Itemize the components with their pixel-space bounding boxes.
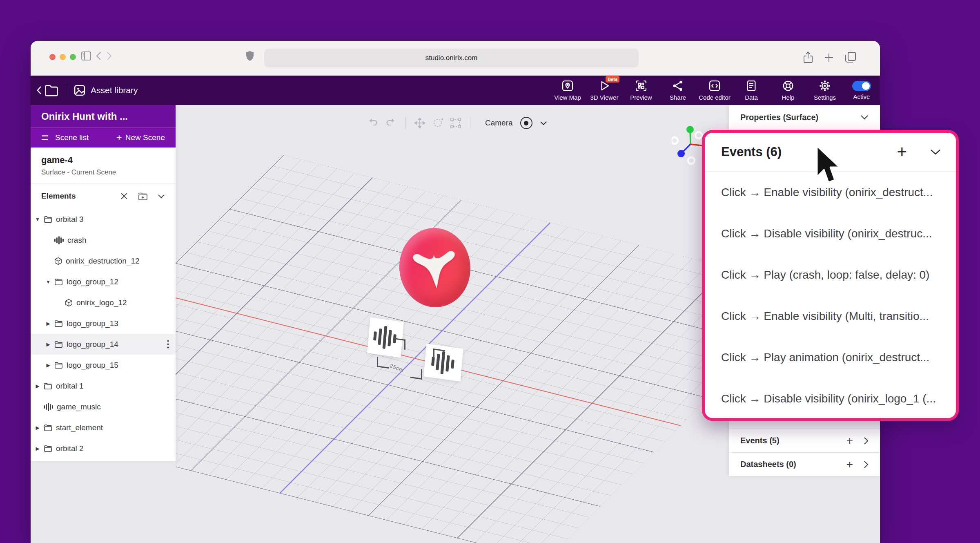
event-item[interactable]: Click → Disable visibility (onirix_destr… (705, 213, 956, 254)
folder-icon (44, 216, 52, 223)
tree-item-label: logo_group_15 (67, 361, 176, 370)
nav-active-toggle[interactable]: Active (843, 81, 880, 100)
url-text: studio.onirix.com (425, 54, 478, 62)
cube-icon (65, 299, 73, 307)
collapse-all-icon[interactable] (120, 192, 128, 200)
nav-3d-viewer[interactable]: Beta 3D Viewer (586, 80, 623, 101)
nav-code-editor[interactable]: Code editor (696, 80, 733, 101)
caret-right-icon[interactable]: ▶ (34, 425, 41, 431)
nav-share[interactable]: Share (659, 80, 696, 101)
tree-item-logo-group-12[interactable]: ▼ logo_group_12 (31, 271, 176, 292)
tree-item-orbital-2[interactable]: ▶ orbital 2 (31, 438, 176, 459)
sidebar-toggle-icon[interactable] (81, 51, 91, 60)
tree-item-crash[interactable]: crash (31, 230, 176, 250)
back-chevron-icon[interactable] (36, 85, 42, 95)
new-scene-plus-icon[interactable]: + (116, 132, 122, 143)
redo-icon[interactable] (385, 118, 396, 128)
folder-icon (54, 278, 63, 286)
tree-item-game-music[interactable]: game_music (31, 396, 176, 417)
caret-right-icon[interactable]: ▶ (45, 362, 52, 368)
caret-down-icon[interactable]: ▼ (34, 217, 41, 222)
forward-icon[interactable] (107, 51, 112, 60)
kebab-menu-icon[interactable] (167, 340, 169, 349)
nav-settings[interactable]: Settings (806, 80, 843, 101)
event-item[interactable]: Click → Enable visibility (Multi, transi… (705, 295, 956, 337)
datasheets-section-row[interactable]: Datasheets (0) + (729, 452, 880, 476)
tree-item-label: crash (67, 236, 176, 245)
viewport-toolbar: Camera (368, 115, 547, 131)
project-title: Onirix Hunt with ... (31, 105, 176, 127)
tree-item-orbital-1[interactable]: ▶ orbital 1 (31, 375, 176, 396)
help-lifebuoy-icon (782, 80, 794, 92)
minimize-window-button[interactable] (60, 54, 66, 60)
events-section-row[interactable]: Events (5) + (729, 429, 880, 452)
camera-label[interactable]: Camera (485, 118, 513, 127)
nav-help[interactable]: Help (770, 80, 806, 101)
camera-chevron-icon[interactable] (540, 121, 547, 125)
caret-right-icon[interactable]: ▶ (45, 342, 52, 347)
audio-placeholder-2[interactable] (423, 344, 463, 382)
settings-gear-icon (819, 80, 831, 92)
tree-item-logo-group-15[interactable]: ▶ logo_group_15 (31, 355, 176, 375)
active-toggle[interactable] (852, 81, 871, 91)
project-folder-icon[interactable] (45, 84, 58, 96)
tree-item-logo-group-13[interactable]: ▶ logo_group_13 (31, 313, 176, 334)
cube-icon (54, 257, 62, 265)
new-tab-icon[interactable] (824, 51, 834, 64)
new-group-folder-plus-icon[interactable] (138, 192, 148, 201)
audio-placeholder-1[interactable] (367, 317, 404, 358)
chevron-down-icon[interactable] (860, 115, 869, 120)
collapse-chevron-icon[interactable] (930, 149, 941, 155)
undo-icon[interactable] (368, 118, 378, 128)
new-scene-label[interactable]: New Scene (125, 133, 165, 142)
properties-header[interactable]: Properties (Surface) (729, 105, 880, 130)
chevron-down-icon[interactable] (158, 194, 165, 199)
event-item[interactable]: Click → Disable visibility (onirix_logo_… (705, 378, 956, 419)
caret-right-icon[interactable]: ▶ (34, 446, 41, 451)
zoom-window-button[interactable] (70, 54, 76, 60)
folder-icon (44, 424, 52, 431)
add-event-icon[interactable]: + (897, 142, 907, 162)
chevron-right-icon[interactable] (864, 437, 869, 445)
add-event-icon[interactable]: + (846, 434, 853, 447)
tree-item-logo-group-14[interactable]: ▶ logo_group_14 (31, 334, 176, 355)
tree-item-label: orbital 2 (56, 444, 176, 453)
scene-subtitle: Surface - Current Scene (41, 168, 165, 177)
rotate-tool-icon[interactable] (432, 118, 443, 128)
nav-preview[interactable]: Preview (623, 80, 659, 101)
scale-tool-icon[interactable] (450, 118, 461, 128)
chevron-right-icon[interactable] (864, 460, 869, 469)
nav-view-map[interactable]: View Map (549, 80, 586, 101)
event-item[interactable]: Click → Play (crash, loop: false, delay:… (705, 254, 956, 295)
tree-item-onirix-logo-12[interactable]: onirix_logo_12 (31, 292, 176, 313)
view-map-icon (561, 80, 574, 92)
scene-list-label[interactable]: Scene list (55, 133, 89, 142)
screen: { "browser": { "url": "studio.onirix.com… (0, 0, 980, 543)
close-window-button[interactable] (49, 54, 56, 60)
share-page-icon[interactable] (803, 51, 813, 64)
event-item[interactable]: Click → Play animation (onirix_destruct.… (705, 337, 956, 378)
tabs-overview-icon[interactable] (845, 51, 856, 64)
scene-bar: Scene list + New Scene (31, 127, 176, 147)
caret-right-icon[interactable]: ▶ (34, 383, 41, 389)
properties-title: Properties (Surface) (740, 113, 856, 122)
asset-library-label[interactable]: Asset library (91, 85, 138, 95)
scene-sidebar: Onirix Hunt with ... Scene list + New Sc… (31, 105, 176, 461)
nav-label: View Map (554, 94, 581, 101)
camera-record-icon[interactable] (520, 117, 532, 129)
url-bar[interactable]: studio.onirix.com (264, 49, 639, 67)
shield-icon (246, 51, 254, 61)
tree-item-orbital-3[interactable]: ▼ orbital 3 (31, 209, 176, 230)
back-icon[interactable] (96, 51, 101, 60)
move-tool-icon[interactable] (414, 118, 425, 128)
caret-down-icon[interactable]: ▼ (45, 279, 52, 285)
audio-icon (44, 403, 53, 411)
tree-item-start-element[interactable]: ▶ start_element (31, 417, 176, 438)
tree-item-onirix-destruction-12[interactable]: onirix_destruction_12 (31, 250, 176, 271)
scene-list-icon[interactable] (41, 135, 49, 141)
asset-library-icon[interactable] (74, 84, 86, 96)
window-controls[interactable] (49, 54, 76, 60)
caret-right-icon[interactable]: ▶ (45, 321, 52, 326)
nav-data[interactable]: Data (733, 80, 770, 101)
add-datasheet-icon[interactable]: + (846, 458, 853, 471)
